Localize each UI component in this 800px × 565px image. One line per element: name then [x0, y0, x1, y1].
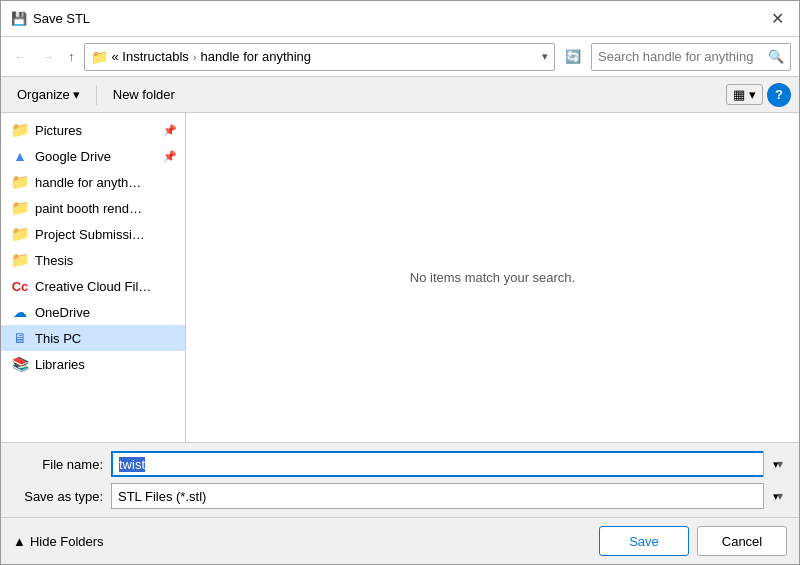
breadcrumb-sep: › [193, 51, 197, 63]
sidebar-item-paint-booth[interactable]: 📁 paint booth rend… [1, 195, 185, 221]
content-pane: No items match your search. [186, 113, 799, 442]
new-folder-button[interactable]: New folder [105, 84, 183, 105]
sidebar-item-thesis[interactable]: 📁 Thesis [1, 247, 185, 273]
gdrive-icon: ▲ [11, 148, 29, 164]
search-box: 🔍 [591, 43, 791, 71]
sidebar-item-project-submission[interactable]: 📁 Project Submissi… [1, 221, 185, 247]
pin-icon-gdrive: 📌 [163, 150, 177, 163]
action-bar: ▲ Hide Folders Save Cancel [1, 517, 799, 564]
sidebar-item-google-drive[interactable]: ▲ Google Drive 📌 [1, 143, 185, 169]
this-pc-icon: 🖥 [11, 330, 29, 346]
toolbar: Organize ▾ New folder ▦ ▾ ? [1, 77, 799, 113]
filename-label: File name: [13, 457, 103, 472]
dialog-icon: 💾 [11, 11, 27, 27]
sidebar-label-onedrive: OneDrive [35, 305, 90, 320]
empty-message: No items match your search. [410, 270, 575, 285]
filename-dropdown-arrow[interactable]: ▾ [763, 451, 787, 477]
new-folder-label: New folder [113, 87, 175, 102]
sidebar-item-pictures[interactable]: 📁 Pictures 📌 [1, 117, 185, 143]
filetype-wrapper: STL Files (*.stl) ▾ [111, 483, 787, 509]
sidebar-label-cc: Creative Cloud Fil… [35, 279, 151, 294]
save-dialog: 💾 Save STL ✕ ← → ↑ 📁 « Instructabls › ha… [0, 0, 800, 565]
bottom-bar: File name: ▾ Save as type: STL Files (*.… [1, 442, 799, 517]
toolbar-separator [96, 85, 97, 105]
main-area: 📁 Pictures 📌 ▲ Google Drive 📌 📁 handle f… [1, 113, 799, 442]
search-input[interactable] [598, 49, 768, 64]
breadcrumb-current: handle for anything [201, 49, 312, 64]
sidebar-label-paint-booth: paint booth rend… [35, 201, 142, 216]
sidebar-label-libraries: Libraries [35, 357, 85, 372]
pin-icon-pictures: 📌 [163, 124, 177, 137]
navigation-bar: ← → ↑ 📁 « Instructabls › handle for anyt… [1, 37, 799, 77]
sidebar-item-handle[interactable]: 📁 handle for anyth… [1, 169, 185, 195]
filetype-select[interactable]: STL Files (*.stl) [111, 483, 787, 509]
breadcrumb-folder-icon: 📁 [91, 49, 108, 65]
sidebar-label-thesis: Thesis [35, 253, 73, 268]
forward-button[interactable]: → [36, 45, 59, 68]
refresh-button[interactable]: 🔄 [559, 45, 587, 68]
filename-row: File name: ▾ [13, 451, 787, 477]
breadcrumb-root: « Instructabls [112, 49, 189, 64]
sidebar-item-this-pc[interactable]: 🖥 This PC [1, 325, 185, 351]
save-label: Save [629, 534, 659, 549]
filename-wrapper: ▾ [111, 451, 787, 477]
filetype-row: Save as type: STL Files (*.stl) ▾ [13, 483, 787, 509]
breadcrumb-dropdown-arrow[interactable]: ▾ [542, 50, 548, 63]
sidebar-item-onedrive[interactable]: ☁ OneDrive [1, 299, 185, 325]
project-folder-icon: 📁 [11, 226, 29, 242]
sidebar-label-handle: handle for anyth… [35, 175, 141, 190]
sidebar-label-pictures: Pictures [35, 123, 82, 138]
view-button[interactable]: ▦ ▾ [726, 84, 763, 105]
sidebar-label-this-pc: This PC [35, 331, 81, 346]
onedrive-icon: ☁ [11, 304, 29, 320]
toolbar-right: ▦ ▾ ? [726, 83, 791, 107]
cc-icon: Cc [11, 278, 29, 294]
save-button[interactable]: Save [599, 526, 689, 556]
up-button[interactable]: ↑ [63, 45, 80, 68]
pictures-icon: 📁 [11, 122, 29, 138]
thesis-icon: 📁 [11, 252, 29, 268]
organize-dropdown-icon: ▾ [73, 87, 80, 102]
sidebar-label-project-submission: Project Submissi… [35, 227, 145, 242]
sidebar-label-gdrive: Google Drive [35, 149, 111, 164]
sidebar-item-libraries[interactable]: 📚 Libraries [1, 351, 185, 377]
handle-folder-icon: 📁 [11, 174, 29, 190]
cancel-label: Cancel [722, 534, 762, 549]
search-icon: 🔍 [768, 49, 784, 64]
dialog-title: Save STL [33, 11, 765, 26]
title-bar: 💾 Save STL ✕ [1, 1, 799, 37]
libraries-icon: 📚 [11, 356, 29, 372]
filetype-label: Save as type: [13, 489, 103, 504]
organize-label: Organize [17, 87, 70, 102]
back-button[interactable]: ← [9, 45, 32, 68]
hide-folders-label: Hide Folders [30, 534, 104, 549]
address-bar[interactable]: 📁 « Instructabls › handle for anything ▾ [84, 43, 556, 71]
help-button[interactable]: ? [767, 83, 791, 107]
sidebar-item-creative-cloud[interactable]: Cc Creative Cloud Fil… [1, 273, 185, 299]
cancel-button[interactable]: Cancel [697, 526, 787, 556]
close-button[interactable]: ✕ [765, 7, 789, 31]
hide-folders-toggle[interactable]: ▲ Hide Folders [13, 534, 104, 549]
filename-input[interactable] [111, 451, 787, 477]
organize-button[interactable]: Organize ▾ [9, 84, 88, 105]
paint-booth-icon: 📁 [11, 200, 29, 216]
hide-folders-arrow-icon: ▲ [13, 534, 26, 549]
sidebar: 📁 Pictures 📌 ▲ Google Drive 📌 📁 handle f… [1, 113, 186, 442]
